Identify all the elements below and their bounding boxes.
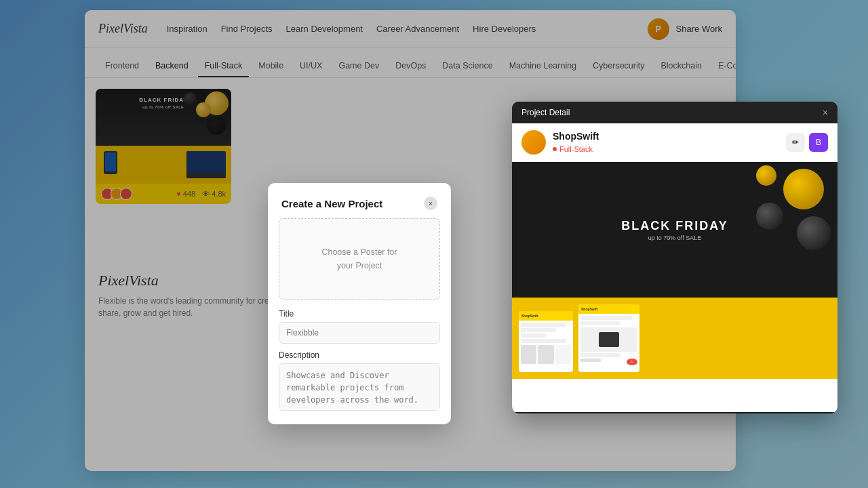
detail-project-info: ShopSwift Full-Stack ✏ B [512,123,837,162]
price-row: 1 [580,359,637,365]
create-project-modal: Create a New Project × Choose a Poster f… [268,183,451,424]
detail-project-name: ShopSwift [553,131,599,142]
sm-row [580,353,620,357]
ball-4 [756,165,776,186]
detail-bf-subtitle: up to 70% off SALE [648,235,701,241]
detail-avatar [521,130,546,155]
description-label: Description [279,350,440,360]
modal-header: Create a New Project × [268,183,451,218]
detail-tag: Full-Stack [553,145,593,153]
poster-upload-area[interactable]: Choose a Poster foryour Project [279,218,440,300]
screenshot-2: ShopSwift 1 [578,304,639,372]
detail-name-group: ShopSwift Full-Stack [553,131,599,154]
modal-close-button[interactable]: × [424,197,437,210]
sm-row [521,323,566,327]
screenshot-1: ShopSwift [519,311,573,372]
ball-1 [783,169,824,209]
modal-title: Create a New Project [281,198,382,209]
product-image [580,327,637,352]
sm-row [521,328,556,332]
title-label: Title [279,309,440,319]
detail-preview: BLACK FRIDAY up to 70% off SALE ShopSwif… [512,162,837,379]
ball-3 [797,216,831,250]
ball-2 [756,203,783,230]
poster-upload-text: Choose a Poster foryour Project [321,245,397,272]
bf-background: BLACK FRIDAY up to 70% off SALE [512,162,837,298]
sm-logo-1: ShopSwift [521,314,538,318]
sm-row [580,321,620,325]
product-thumb [538,345,553,364]
price [580,359,601,362]
sm-logo-2: ShopSwift [581,307,597,311]
detail-actions: ✏ B [786,133,828,152]
detail-edit-button[interactable]: ✏ [786,133,805,152]
decorative-balls [702,162,837,298]
detail-panel-body: ShopSwift Full-Stack ✏ B BLACK FRIDAY up… [512,123,837,412]
screenshot-row: ShopSwift ShopSwift [512,304,837,372]
tag-dot [553,147,557,151]
sm-row [580,316,632,320]
product-thumb [521,345,536,364]
cart-badge: 1 [627,359,637,365]
detail-panel-header: Project Detail × [512,102,837,123]
title-input[interactable] [279,322,440,344]
detail-close-button[interactable]: × [823,107,828,118]
detail-panel-title-text: Project Detail [521,108,570,117]
product-thumb [555,345,571,364]
modal-body: Choose a Poster foryour Project Title De… [268,218,451,424]
laptop-icon [599,332,619,347]
sm-row [521,339,566,343]
sm-row [521,333,546,338]
detail-tag-label: Full-Stack [559,145,593,153]
detail-panel: Project Detail × ShopSwift Full-Stack ✏ … [512,102,837,413]
detail-primary-button[interactable]: B [809,133,828,152]
description-textarea[interactable] [279,363,440,411]
